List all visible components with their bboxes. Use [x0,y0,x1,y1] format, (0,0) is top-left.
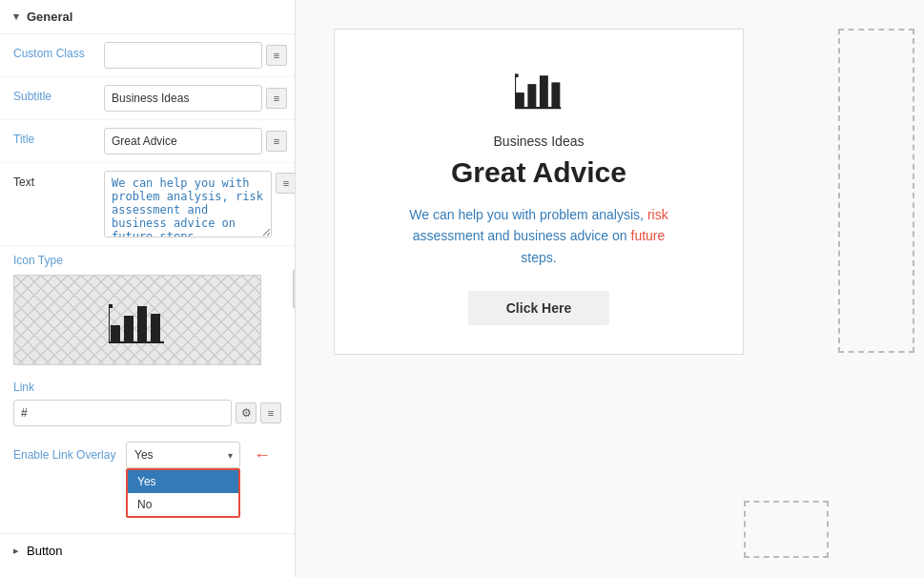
general-section-label: General [27,10,72,24]
card-bar-chart-icon [515,68,563,118]
custom-class-menu-icon[interactable]: ≡ [266,45,287,66]
card-subtitle: Business Ideas [494,134,585,149]
icon-type-section: Icon Type [0,246,295,373]
dashed-placeholder-bottom [744,501,829,558]
right-panel: Business Ideas Great Advice We can help … [296,0,924,577]
svg-rect-0 [111,325,120,342]
text-group: Text We can help you with problem analys… [0,163,295,246]
button-section-label: Button [27,544,63,558]
card-click-here-button[interactable]: Click Here [468,291,609,325]
card-title: Great Advice [451,156,626,189]
svg-rect-8 [527,84,536,108]
button-chevron-icon: ▸ [13,545,19,557]
text-menu-icon[interactable]: ≡ [276,173,296,194]
general-chevron-icon: ▾ [13,10,19,23]
subtitle-label: Subtitle [13,85,104,103]
enable-link-overlay-section: Enable Link Overlay Yes No ▾ Yes No ← [0,434,295,476]
enable-link-overlay-label: Enable Link Overlay [13,448,118,462]
text-input-wrapper: We can help you with problem analysis, r… [104,171,296,237]
card-text: We can help you with problem analysis, r… [386,204,691,268]
text-label: Text [13,171,104,189]
svg-rect-3 [151,314,160,342]
enable-link-overlay-select[interactable]: Yes No [126,442,240,468]
svg-rect-7 [516,93,524,108]
subtitle-input-wrapper: ≡ [104,85,287,112]
enable-link-overlay-select-wrapper: Yes No ▾ Yes No [126,442,240,468]
title-input-wrapper: ≡ [104,128,287,155]
title-input[interactable] [104,128,262,155]
subtitle-menu-icon[interactable]: ≡ [266,88,287,109]
link-menu-icon[interactable]: ≡ [260,402,281,423]
link-gear-icon[interactable]: ⚙ [236,402,257,423]
dropdown-option-no[interactable]: No [128,493,238,516]
custom-class-label: Custom Class [13,42,104,60]
arrow-indicator-icon: ← [254,445,271,465]
card-text-highlight2: future [631,228,666,243]
subtitle-group: Subtitle ≡ [0,77,295,120]
svg-rect-10 [551,82,560,108]
dashed-placeholder-right [838,29,914,353]
custom-class-input[interactable] [104,42,262,69]
general-section-header[interactable]: ▾ General [0,0,295,34]
title-label: Title [13,128,104,146]
icon-type-label: Icon Type [13,254,281,267]
button-section[interactable]: ▸ Button [0,533,295,567]
link-section: Link ⚙ ≡ [0,373,295,434]
left-panel: ▾ General Custom Class ≡ Subtitle ≡ Titl… [0,0,296,577]
link-input[interactable] [13,400,232,426]
card-text-steps: steps. [521,250,556,265]
link-input-row: ⚙ ≡ [13,400,281,426]
title-menu-icon[interactable]: ≡ [266,131,287,152]
custom-class-group: Custom Class ≡ [0,34,295,77]
subtitle-input[interactable] [104,85,262,112]
svg-rect-1 [124,316,133,342]
dropdown-option-yes[interactable]: Yes [128,470,238,493]
icon-preview-box [13,275,261,365]
svg-rect-9 [540,75,548,108]
card-text-normal: can help you with problem analysis, [433,207,647,222]
link-label: Link [13,381,281,394]
text-textarea[interactable]: We can help you with problem analysis, r… [104,171,272,237]
preview-card: Business Ideas Great Advice We can help … [334,29,744,355]
link-overlay-dropdown: Yes No [126,468,240,518]
svg-rect-2 [137,306,147,342]
bar-chart-preview-icon [109,297,166,344]
card-text-highlight: risk [647,207,668,222]
custom-class-input-wrapper: ≡ [104,42,287,69]
title-group: Title ≡ [0,120,295,163]
card-text-normal2: assessment and business advice on [413,228,631,243]
